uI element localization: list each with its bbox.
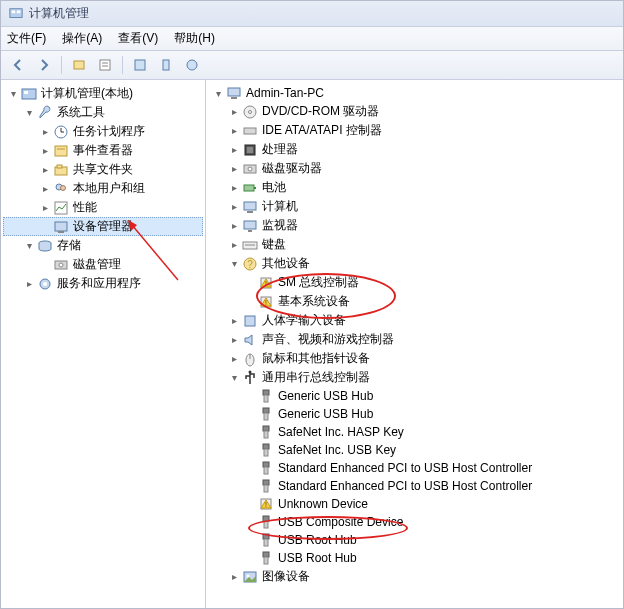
up-button[interactable]: [68, 54, 90, 76]
tree-item[interactable]: ▸监视器: [208, 216, 621, 235]
collapse-icon[interactable]: ▾: [228, 258, 240, 270]
tree-item[interactable]: ▸服务和应用程序: [3, 274, 203, 293]
tree-item[interactable]: Standard Enhanced PCI to USB Host Contro…: [208, 477, 621, 495]
forward-button[interactable]: [33, 54, 55, 76]
expand-icon[interactable]: ▸: [228, 163, 240, 175]
left-pane[interactable]: ▾计算机管理(本地)▾系统工具▸任务计划程序▸事件查看器▸共享文件夹▸本地用户和…: [1, 80, 206, 609]
toolbar-separator: [122, 56, 123, 74]
expand-icon[interactable]: ▸: [228, 182, 240, 194]
tree-item[interactable]: USB Root Hub: [208, 531, 621, 549]
expand-icon[interactable]: ▸: [39, 126, 51, 138]
usb-plug-icon: [258, 478, 274, 494]
tree-item[interactable]: ▸IDE ATA/ATAPI 控制器: [208, 121, 621, 140]
tree-item[interactable]: !基本系统设备: [208, 292, 621, 311]
collapse-icon[interactable]: ▾: [7, 88, 19, 100]
expand-icon[interactable]: ▸: [39, 145, 51, 157]
right-pane[interactable]: ▾Admin-Tan-PC▸DVD/CD-ROM 驱动器▸IDE ATA/ATA…: [206, 80, 623, 609]
tree-item[interactable]: !SM 总线控制器: [208, 273, 621, 292]
tree-item[interactable]: ▸任务计划程序: [3, 122, 203, 141]
expand-icon[interactable]: ▸: [228, 125, 240, 137]
tree-label: SafeNet Inc. HASP Key: [276, 425, 406, 439]
refresh-button[interactable]: [129, 54, 151, 76]
tree-item[interactable]: !Unknown Device: [208, 495, 621, 513]
expand-icon[interactable]: ▸: [39, 183, 51, 195]
tree-label: 通用串行总线控制器: [260, 369, 372, 386]
svg-rect-65: [264, 431, 268, 438]
collapse-icon[interactable]: ▾: [23, 240, 35, 252]
svg-rect-62: [263, 408, 269, 413]
tree-label: SafeNet Inc. USB Key: [276, 443, 398, 457]
help-button[interactable]: [181, 54, 203, 76]
usb-plug-icon: [258, 460, 274, 476]
tree-item[interactable]: ▸图像设备: [208, 567, 621, 586]
menu-action[interactable]: 操作(A): [62, 30, 102, 47]
svg-rect-70: [263, 480, 269, 485]
mmc-icon: [21, 86, 37, 102]
svg-text:!: !: [265, 299, 267, 306]
tree-item[interactable]: USB Root Hub: [208, 549, 621, 567]
svg-rect-80: [264, 557, 268, 564]
tree-item[interactable]: SafeNet Inc. USB Key: [208, 441, 621, 459]
expand-icon[interactable]: ▸: [228, 144, 240, 156]
tree-item[interactable]: ▸人体学输入设备: [208, 311, 621, 330]
tree-item[interactable]: ▸本地用户和组: [3, 179, 203, 198]
tree-item[interactable]: ▸电池: [208, 178, 621, 197]
tree-label: Generic USB Hub: [276, 407, 375, 421]
collapse-icon[interactable]: ▾: [228, 372, 240, 384]
tree-label: Unknown Device: [276, 497, 370, 511]
tree-item[interactable]: Generic USB Hub: [208, 405, 621, 423]
tree-item[interactable]: ▸处理器: [208, 140, 621, 159]
tree-item[interactable]: ▾系统工具: [3, 103, 203, 122]
right-tree[interactable]: ▾Admin-Tan-PC▸DVD/CD-ROM 驱动器▸IDE ATA/ATA…: [208, 84, 621, 586]
collapse-icon[interactable]: ▾: [212, 87, 224, 99]
tree-item[interactable]: ▸性能: [3, 198, 203, 217]
tree-item[interactable]: ▸DVD/CD-ROM 驱动器: [208, 102, 621, 121]
expand-icon[interactable]: ▸: [228, 239, 240, 251]
expand-icon[interactable]: ▸: [39, 164, 51, 176]
tree-item[interactable]: 设备管理器: [3, 217, 203, 236]
menu-file[interactable]: 文件(F): [7, 30, 46, 47]
svg-point-34: [249, 110, 252, 113]
app-icon: [9, 7, 23, 21]
tree-item[interactable]: ▾?其他设备: [208, 254, 621, 273]
expand-icon[interactable]: ▸: [228, 220, 240, 232]
collapse-icon[interactable]: ▾: [23, 107, 35, 119]
tree-item[interactable]: ▸声音、视频和游戏控制器: [208, 330, 621, 349]
expand-icon[interactable]: ▸: [39, 202, 51, 214]
tree-item[interactable]: Generic USB Hub: [208, 387, 621, 405]
expand-icon[interactable]: ▸: [228, 571, 240, 583]
tree-item[interactable]: ▾通用串行总线控制器: [208, 368, 621, 387]
tree-item[interactable]: ▾Admin-Tan-PC: [208, 84, 621, 102]
tree-item[interactable]: 磁盘管理: [3, 255, 203, 274]
tree-item[interactable]: SafeNet Inc. HASP Key: [208, 423, 621, 441]
tree-item[interactable]: USB Composite Device: [208, 513, 621, 531]
expand-icon[interactable]: ▸: [228, 353, 240, 365]
tree-item[interactable]: ▸事件查看器: [3, 141, 203, 160]
export-button[interactable]: [155, 54, 177, 76]
tree-item[interactable]: ▸鼠标和其他指针设备: [208, 349, 621, 368]
tree-item[interactable]: Standard Enhanced PCI to USB Host Contro…: [208, 459, 621, 477]
tree-item[interactable]: ▸共享文件夹: [3, 160, 203, 179]
tree-label: 磁盘驱动器: [260, 160, 324, 177]
tree-item[interactable]: ▸磁盘驱动器: [208, 159, 621, 178]
tree-label: Standard Enhanced PCI to USB Host Contro…: [276, 479, 534, 493]
tree-item[interactable]: ▾计算机管理(本地): [3, 84, 203, 103]
tree-label: 图像设备: [260, 568, 312, 585]
props-button[interactable]: [94, 54, 116, 76]
menu-view[interactable]: 查看(V): [118, 30, 158, 47]
image-icon: [242, 569, 258, 585]
expand-icon[interactable]: ▸: [228, 315, 240, 327]
tree-item[interactable]: ▾存储: [3, 236, 203, 255]
mouse-icon: [242, 351, 258, 367]
svg-rect-4: [100, 60, 110, 70]
svg-rect-37: [247, 147, 253, 153]
expand-icon[interactable]: ▸: [228, 201, 240, 213]
menu-help[interactable]: 帮助(H): [174, 30, 215, 47]
expand-icon[interactable]: ▸: [228, 106, 240, 118]
tree-item[interactable]: ▸键盘: [208, 235, 621, 254]
left-tree[interactable]: ▾计算机管理(本地)▾系统工具▸任务计划程序▸事件查看器▸共享文件夹▸本地用户和…: [3, 84, 203, 293]
expand-icon[interactable]: ▸: [228, 334, 240, 346]
back-button[interactable]: [7, 54, 29, 76]
tree-item[interactable]: ▸计算机: [208, 197, 621, 216]
expand-icon[interactable]: ▸: [23, 278, 35, 290]
